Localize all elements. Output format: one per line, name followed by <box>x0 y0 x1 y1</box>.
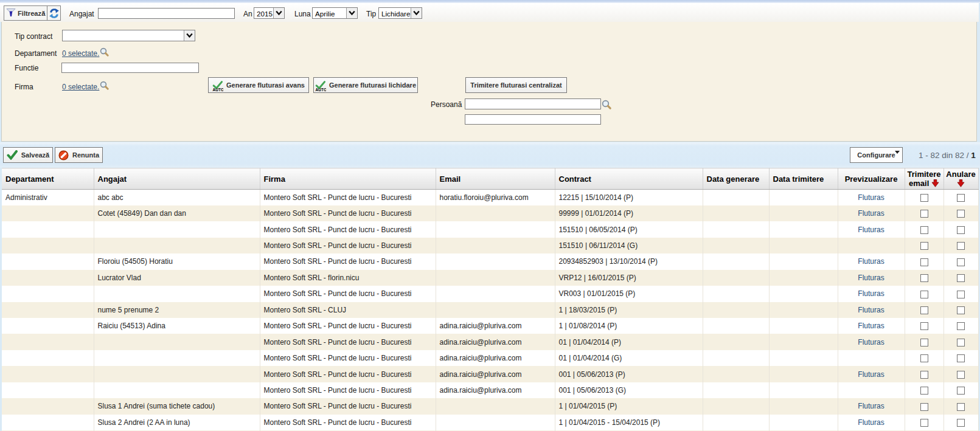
svg-text:AUTO: AUTO <box>212 87 223 91</box>
svg-text:AUTO: AUTO <box>315 87 326 91</box>
